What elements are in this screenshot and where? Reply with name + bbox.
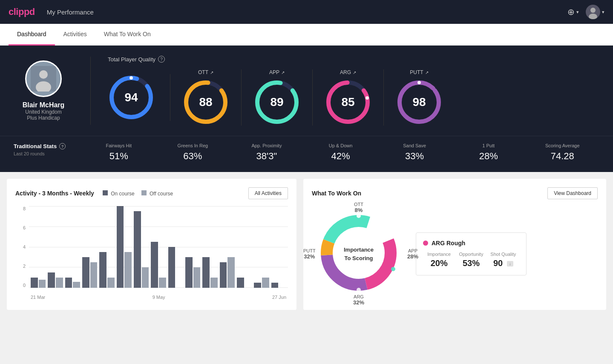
ott-label: OTT ↗ (198, 69, 213, 75)
bar-offcourse (193, 267, 201, 288)
gauge-putt: PUTT ↗ 98 (384, 69, 455, 126)
card-dot (423, 241, 428, 246)
arg-trend: ↗ (353, 70, 356, 75)
bar-group (31, 278, 46, 288)
gauges-row: 94 OTT ↗ 88 APP (108, 69, 599, 126)
quality-label: Total Player Quality ? (108, 56, 599, 63)
stat-greens-in-reg: Greens In Reg 63% (156, 143, 230, 162)
all-activities-button[interactable]: All Activities (248, 187, 288, 199)
svg-point-17 (417, 81, 421, 84)
header-actions: ⊕ ▾ ▾ (567, 5, 604, 19)
card-title: ARG Rough (432, 240, 465, 246)
add-button[interactable]: ⊕ ▾ (567, 7, 579, 17)
putt-value: 98 (412, 95, 426, 109)
stats-help-icon[interactable]: ? (59, 143, 66, 149)
tab-what-to-work-on[interactable]: What To Work On (95, 24, 159, 46)
wtwo-title: What To Work On (312, 190, 361, 197)
bar-group (202, 257, 217, 288)
wtwo-panel-header: What To Work On View Dashboard (312, 187, 598, 199)
stat-sand-save: Sand Save 33% (377, 143, 452, 162)
activity-title: Activity - 3 Months - Weekly (15, 190, 94, 197)
bar-offcourse (39, 280, 46, 288)
donut-area: Importance To Scoring OTT 8% APP 28% ARG… (312, 206, 406, 301)
user-menu[interactable]: ▾ (586, 5, 604, 19)
main-gauge: 94 (108, 74, 170, 121)
tab-dashboard[interactable]: Dashboard (9, 24, 55, 46)
avatar (25, 60, 62, 97)
view-dashboard-button[interactable]: View Dashboard (547, 187, 598, 199)
putt-trend: ↗ (425, 70, 429, 75)
user-chevron: ▾ (602, 9, 604, 15)
app-trend: ↗ (281, 70, 285, 75)
svg-point-7 (130, 76, 133, 80)
bar-group (168, 247, 183, 288)
shot-quality-tag: ↓ (507, 261, 513, 267)
player-handicap: Plus Handicap (27, 115, 60, 121)
hero-section: Blair McHarg United Kingdom Plus Handica… (0, 46, 613, 136)
x-axis: 21 Mar 9 May 27 Jun (29, 295, 288, 300)
divider (90, 57, 91, 125)
wtwo-content: Importance To Scoring OTT 8% APP 28% ARG… (312, 206, 598, 301)
donut-center-label: Importance To Scoring (344, 246, 374, 262)
gauge-app: APP ↗ 89 (242, 69, 313, 126)
stat-scoring-average: Scoring Average 74.28 (525, 143, 599, 162)
bar-offcourse (124, 252, 132, 288)
y-axis: 8 6 4 2 0 (15, 206, 27, 288)
quality-help-icon[interactable]: ? (158, 56, 165, 63)
offcourse-dot (141, 190, 147, 195)
svg-point-14 (365, 96, 369, 100)
bar-oncourse (65, 278, 72, 288)
player-name: Blair McHarg (23, 101, 65, 109)
bar-oncourse (82, 257, 89, 288)
card-metric-shot-quality: Shot Quality 90 ↓ (487, 252, 519, 268)
bar-group (237, 278, 252, 288)
bar-oncourse (151, 242, 158, 288)
card-metrics: Importance 20% Opportunity 53% Shot Qual… (423, 252, 519, 268)
bar-offcourse (210, 278, 218, 288)
tab-bar: Dashboard Activities What To Work On (0, 24, 613, 46)
arg-label: ARG ↗ (340, 69, 356, 75)
chart-legend: On course Off course (103, 190, 173, 197)
activity-panel: Activity - 3 Months - Weekly On course O… (7, 179, 296, 310)
stats-row: Traditional Stats ? Last 20 rounds Fairw… (0, 136, 613, 172)
seg-label-app: APP 28% (407, 248, 418, 260)
logo: clippd (9, 6, 35, 17)
bar-oncourse (185, 257, 193, 288)
ott-value: 88 (199, 95, 212, 109)
bar-group (65, 278, 80, 288)
bar-group (134, 211, 149, 288)
stat-1-putt: 1 Putt 28% (452, 143, 526, 162)
stats-title-block: Traditional Stats ? Last 20 rounds (14, 143, 82, 156)
tab-activities[interactable]: Activities (55, 24, 95, 46)
app-label: APP ↗ (269, 69, 285, 75)
arg-gauge: 85 (325, 79, 371, 126)
bar-oncourse (237, 278, 244, 288)
bar-offcourse (107, 278, 115, 288)
chart-container: 8 6 4 2 0 21 Mar (15, 206, 288, 300)
bar-offcourse (90, 262, 98, 288)
main-gauge-value: 94 (124, 91, 138, 104)
bar-offcourse (159, 278, 166, 288)
gauge-ott: OTT ↗ 88 (170, 69, 242, 126)
arg-rough-card: ARG Rough Importance 20% Opportunity 53%… (416, 232, 527, 275)
logo-area: clippd My Performance (9, 6, 94, 17)
bar-oncourse (48, 272, 55, 288)
stats-title: Traditional Stats ? (14, 143, 82, 149)
bottom-panels: Activity - 3 Months - Weekly On course O… (0, 172, 613, 317)
bar-group (151, 242, 166, 288)
bar-group (99, 252, 114, 288)
ott-trend: ↗ (210, 70, 213, 75)
what-to-work-on-panel: What To Work On View Dashboard (303, 179, 606, 310)
avatar (586, 5, 600, 19)
bar-group (185, 257, 200, 288)
stat-fairways-hit: Fairways Hit 51% (82, 143, 156, 162)
svg-point-24 (391, 267, 395, 271)
add-chevron: ▾ (576, 9, 579, 15)
bar-group (254, 278, 269, 288)
gauge-arg: ARG ↗ 85 (313, 69, 384, 126)
legend-offcourse: Off course (141, 190, 173, 197)
bar-oncourse (220, 262, 227, 288)
page-title: My Performance (47, 9, 94, 16)
app-value: 89 (270, 95, 283, 109)
bar-oncourse (134, 211, 141, 288)
